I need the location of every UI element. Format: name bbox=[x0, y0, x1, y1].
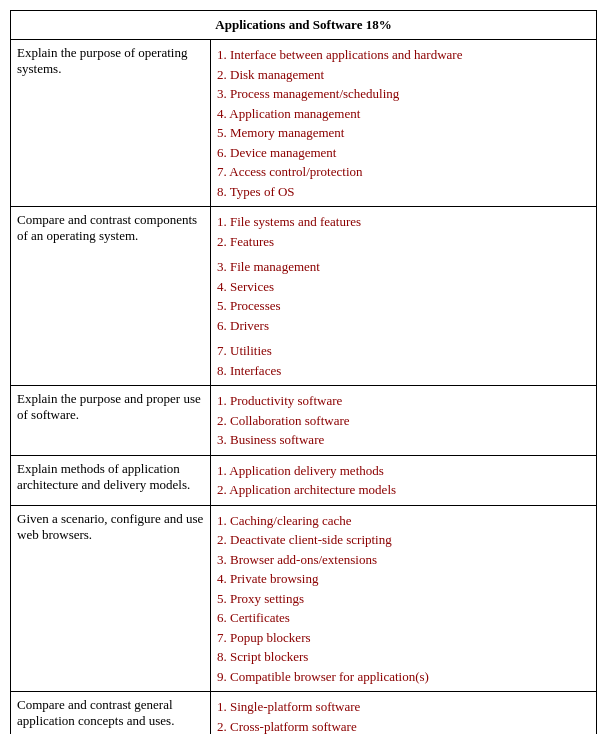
table-row: Explain methods of application architect… bbox=[11, 456, 596, 506]
list-item: 6. Certificates bbox=[217, 608, 590, 628]
list-item: 2. Collaboration software bbox=[217, 411, 590, 431]
row-content-row-os-purpose: 1. Interface between applications and ha… bbox=[211, 40, 596, 206]
list-item: 3. Business software bbox=[217, 430, 590, 450]
list-item: 3. File management bbox=[217, 257, 590, 277]
list-item: 6. Device management bbox=[217, 143, 590, 163]
row-content-row-app-concepts: 1. Single-platform software2. Cross-plat… bbox=[211, 692, 596, 734]
list-item: 9. Compatible browser for application(s) bbox=[217, 667, 590, 687]
list-item: 7. Access control/protection bbox=[217, 162, 590, 182]
main-table: Applications and Software 18% Explain th… bbox=[10, 10, 597, 734]
list-item: 8. Types of OS bbox=[217, 182, 590, 202]
list-item: 6. Drivers bbox=[217, 316, 590, 336]
table-row: Explain the purpose and proper use of so… bbox=[11, 386, 596, 456]
row-content-row-app-architecture: 1. Application delivery methods2. Applic… bbox=[211, 456, 596, 505]
list-item: 2. Cross-platform software bbox=[217, 717, 590, 735]
row-label-row-web-browsers: Given a scenario, configure and use web … bbox=[11, 506, 211, 692]
list-item: 2. Deactivate client-side scripting bbox=[217, 530, 590, 550]
list-item: 4. Services bbox=[217, 277, 590, 297]
list-item: 5. Memory management bbox=[217, 123, 590, 143]
list-item: 2. Application architecture models bbox=[217, 480, 590, 500]
row-content-row-web-browsers: 1. Caching/clearing cache2. Deactivate c… bbox=[211, 506, 596, 692]
row-label-row-os-components: Compare and contrast components of an op… bbox=[11, 207, 211, 385]
list-item: 8. Interfaces bbox=[217, 361, 590, 381]
table-row: Explain the purpose of operating systems… bbox=[11, 40, 596, 207]
list-item: 4. Private browsing bbox=[217, 569, 590, 589]
row-label-row-os-purpose: Explain the purpose of operating systems… bbox=[11, 40, 211, 206]
table-title: Applications and Software 18% bbox=[11, 11, 596, 40]
list-item: 1. Application delivery methods bbox=[217, 461, 590, 481]
list-item: 2. Features bbox=[217, 232, 590, 252]
list-item: 5. Proxy settings bbox=[217, 589, 590, 609]
list-item: 3. Browser add-ons/extensions bbox=[217, 550, 590, 570]
list-item: 7. Utilities bbox=[217, 341, 590, 361]
row-label-row-app-concepts: Compare and contrast general application… bbox=[11, 692, 211, 734]
list-item: 1. Single-platform software bbox=[217, 697, 590, 717]
table-row: Compare and contrast general application… bbox=[11, 692, 596, 734]
list-item: 1. Productivity software bbox=[217, 391, 590, 411]
row-content-row-os-components: 1. File systems and features2. Features3… bbox=[211, 207, 596, 385]
list-item: 4. Application management bbox=[217, 104, 590, 124]
list-item: 5. Processes bbox=[217, 296, 590, 316]
list-item: 1. Interface between applications and ha… bbox=[217, 45, 590, 65]
list-item: 7. Popup blockers bbox=[217, 628, 590, 648]
list-item: 8. Script blockers bbox=[217, 647, 590, 667]
row-content-row-software-purpose: 1. Productivity software2. Collaboration… bbox=[211, 386, 596, 455]
list-item: 1. File systems and features bbox=[217, 212, 590, 232]
table-row: Compare and contrast components of an op… bbox=[11, 207, 596, 386]
list-item: 2. Disk management bbox=[217, 65, 590, 85]
list-item: 3. Process management/scheduling bbox=[217, 84, 590, 104]
row-label-row-app-architecture: Explain methods of application architect… bbox=[11, 456, 211, 505]
table-row: Given a scenario, configure and use web … bbox=[11, 506, 596, 693]
list-item: 1. Caching/clearing cache bbox=[217, 511, 590, 531]
row-label-row-software-purpose: Explain the purpose and proper use of so… bbox=[11, 386, 211, 455]
